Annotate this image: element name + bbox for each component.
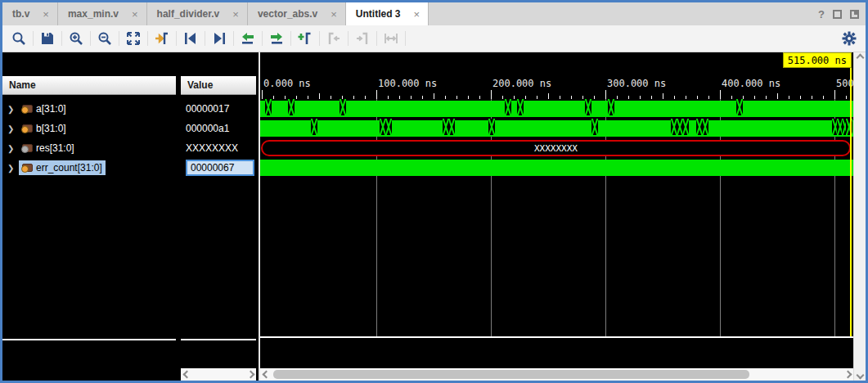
next-transition-icon [269, 31, 284, 46]
bus-transition [608, 99, 614, 115]
bus-transition [288, 99, 295, 115]
toolbar-separator [405, 31, 406, 46]
next-marker-button[interactable] [351, 28, 374, 49]
add-marker-button[interactable] [294, 28, 317, 49]
close-icon[interactable]: × [43, 8, 49, 20]
tab-tb-v[interactable]: tb.v× [2, 2, 58, 25]
waveform-panel[interactable]: 515.000 ns 0.000 ns100.000 ns200.000 ns3… [260, 52, 853, 381]
close-icon[interactable]: × [414, 8, 421, 20]
tab-label: max_min.v [68, 8, 119, 20]
tab-vector-abs-v[interactable]: vector_abs.v× [248, 2, 346, 25]
ruler-time-label: 0.000 ns [263, 78, 311, 89]
tab-max-min-v[interactable]: max_min.v× [58, 2, 147, 25]
signal-row-value[interactable]: 000000a1 [181, 119, 256, 138]
add-marker-icon [298, 31, 313, 46]
expand-chevron-icon[interactable]: ❯ [7, 164, 16, 173]
zoom-in-icon [69, 31, 83, 46]
find-button[interactable] [7, 28, 30, 49]
signal-row-name[interactable]: ❯b[31:0] [2, 119, 176, 138]
ruler-tick [548, 93, 549, 99]
wave-vertical-scrollbar[interactable] [853, 52, 866, 381]
scroll-down-icon[interactable] [856, 372, 864, 380]
bus-transition [488, 119, 495, 135]
time-ruler[interactable]: 0.000 ns100.000 ns200.000 ns300.000 ns40… [260, 76, 853, 99]
toolbar-separator [262, 31, 263, 46]
value-header-label: Value [187, 79, 213, 91]
signal-value-label: 000000a1 [186, 123, 229, 134]
zoom-out-button[interactable] [93, 28, 116, 49]
ruler-tick [319, 93, 320, 99]
signal-name-wrap: b[31:0] [19, 121, 70, 136]
settings-button[interactable] [838, 28, 861, 49]
scroll-up-icon[interactable] [856, 54, 864, 62]
waveform-row[interactable] [260, 119, 853, 138]
tab-untitled-3[interactable]: Untitled 3× [346, 2, 429, 25]
expand-chevron-icon[interactable]: ❯ [7, 124, 16, 133]
signal-values-panel: Value 00000017000000a1XXXXXXXX00000067 [181, 52, 256, 381]
signal-name-wrap: a[31:0] [19, 101, 70, 116]
ruler-tick [777, 93, 778, 99]
value-column-header[interactable]: Value [181, 76, 256, 95]
bus-signal-icon [22, 124, 33, 133]
close-icon[interactable]: × [331, 8, 337, 20]
help-icon[interactable]: ? [818, 9, 825, 20]
scroll-right-icon[interactable] [245, 372, 256, 377]
bus-wave [260, 101, 853, 117]
previous-transition-button[interactable] [236, 28, 259, 49]
float-icon[interactable] [850, 10, 859, 19]
previous-marker-button[interactable] [322, 28, 345, 49]
signal-row-value[interactable]: XXXXXXXX [181, 138, 256, 158]
save-wave-config-button[interactable] [36, 28, 59, 49]
gear-icon [842, 31, 857, 46]
go-to-time-0-button[interactable] [179, 28, 202, 49]
time-cursor-line[interactable] [850, 68, 852, 336]
values-horizontal-scrollbar[interactable] [181, 368, 256, 381]
zoom-fit-icon [126, 31, 141, 46]
signal-row-name[interactable]: ❯res[31:0] [2, 138, 176, 158]
close-icon[interactable]: × [132, 8, 138, 20]
ruler-tick [491, 90, 492, 99]
ruler-tick [663, 93, 663, 99]
wave-scroll-thumb[interactable] [273, 370, 749, 379]
signal-value-label: 00000017 [186, 103, 229, 115]
wave-horizontal-scrollbar[interactable] [260, 368, 853, 381]
bus-transition [736, 99, 743, 115]
maximize-icon[interactable] [833, 10, 842, 19]
ruler-tick [376, 90, 377, 99]
ruler-time-label: 400.000 ns [722, 78, 780, 89]
tabbar-spacer [429, 2, 818, 25]
name-column-header[interactable]: Name [2, 76, 176, 95]
go-to-cursor-icon [155, 31, 169, 46]
go-to-cursor-button[interactable] [151, 28, 173, 49]
next-transition-button[interactable] [265, 28, 288, 49]
bus-transition [702, 119, 708, 135]
find-icon [11, 31, 26, 46]
bus-signal-icon [22, 164, 33, 172]
zoom-fit-button[interactable] [122, 28, 145, 49]
zoom-in-button[interactable] [65, 28, 88, 49]
signal-name-label: err_count[31:0] [36, 162, 102, 173]
signal-row-name[interactable]: ❯err_count[31:0] [2, 158, 176, 178]
scroll-right-icon[interactable] [842, 372, 853, 377]
bus-transition [311, 119, 317, 135]
signal-row-name[interactable]: ❯a[31:0] [2, 99, 176, 119]
toolbar-separator [61, 31, 62, 46]
signal-row-value[interactable]: 00000017 [181, 99, 256, 119]
go-to-last-time-button[interactable] [208, 28, 231, 49]
go-to-last-time-icon [212, 31, 227, 46]
signal-row-value[interactable]: 00000067 [181, 158, 256, 178]
unknown-value-wave: XXXXXXXX [261, 140, 851, 156]
waveform-row[interactable] [260, 158, 853, 178]
tab-half-divider-v[interactable]: half_divider.v× [147, 2, 248, 25]
close-icon[interactable]: × [232, 8, 239, 20]
waveform-row[interactable]: XXXXXXXX [260, 138, 853, 158]
waveform-row[interactable] [260, 99, 853, 119]
swap-cursors-button[interactable] [380, 28, 403, 49]
expand-chevron-icon[interactable]: ❯ [7, 105, 16, 114]
window-controls: ? [818, 2, 866, 25]
scroll-left-icon[interactable] [181, 372, 192, 377]
bus-transition [505, 99, 511, 115]
signal-value-box[interactable]: 00000067 [186, 160, 254, 176]
scroll-left-icon[interactable] [260, 372, 272, 377]
expand-chevron-icon[interactable]: ❯ [7, 144, 16, 153]
